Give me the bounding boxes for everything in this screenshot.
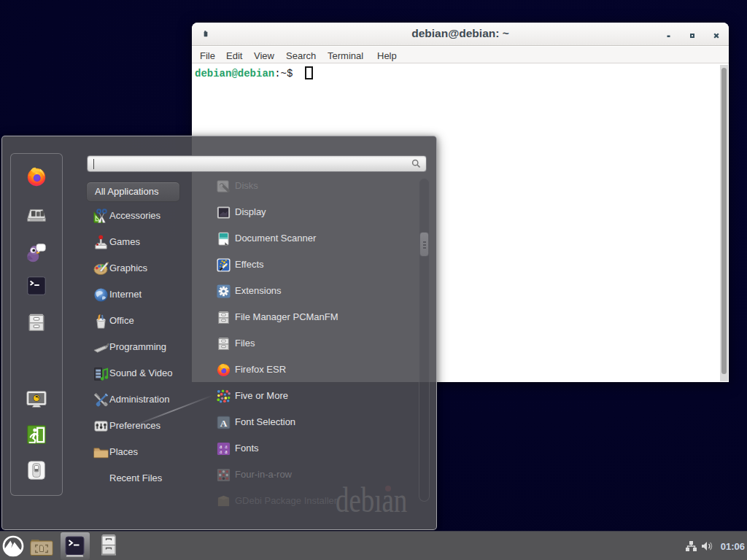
svg-text:A: A	[220, 418, 228, 429]
